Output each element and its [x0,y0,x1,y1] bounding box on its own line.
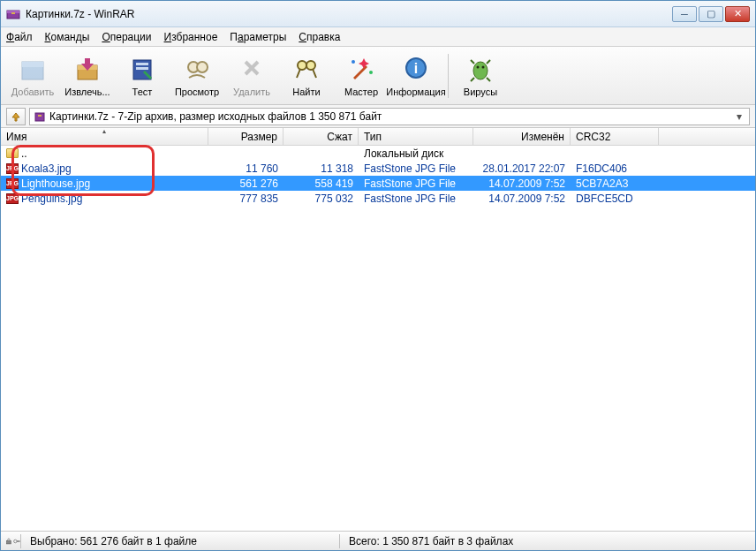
statusbar: Выбрано: 561 276 байт в 1 файле Всего: 1… [1,531,755,550]
svg-rect-14 [306,64,307,67]
menu-file[interactable]: Файл [6,31,33,43]
test-button[interactable]: Тест [116,49,169,102]
file-type: FastStone JPG File [359,192,473,205]
pathbar: Картинки.7z - 7-Zip архив, размер исходн… [1,105,755,128]
path-dropdown-icon[interactable]: ▾ [733,110,745,123]
info-icon: i [401,55,431,85]
table-row[interactable]: JPGLighthouse.jpg561 276558 419FastStone… [1,176,755,191]
svg-point-19 [473,62,488,79]
svg-point-12 [298,61,306,70]
file-size: 777 835 [208,192,284,205]
file-packed: 775 032 [284,192,359,205]
menu-help[interactable]: Справка [299,31,340,43]
file-crc: DBFCE5CD [571,192,659,205]
path-combobox[interactable]: Картинки.7z - 7-Zip архив, размер исходн… [29,108,750,125]
find-button[interactable]: Найти [280,49,333,102]
svg-point-20 [477,65,480,68]
view-button[interactable]: Просмотр [170,49,223,102]
jpg-icon: JPG [6,178,19,189]
svg-point-21 [482,65,485,68]
column-headers: Имя Размер Сжат Тип Изменён CRC32 [1,128,755,146]
archive-icon [34,110,46,123]
svg-rect-2 [11,12,15,14]
app-window: Картинки.7z - WinRAR ─ ▢ ✕ Файл Команды … [0,0,756,551]
file-modified: 28.01.2017 22:07 [473,162,571,175]
toolbar-separator [448,54,449,98]
up-button[interactable] [6,108,26,125]
window-title: Картинки.7z - WinRAR [26,8,672,20]
svg-text:i: i [414,61,418,76]
svg-rect-9 [136,67,148,70]
toolbar: Добавить Извлечь... Тест Просмотр Удалит… [1,47,755,105]
svg-rect-23 [38,115,42,117]
menubar: Файл Команды Операции Избранное Параметр… [1,27,755,47]
svg-point-13 [306,61,315,70]
menu-favorites[interactable]: Избранное [164,31,218,43]
file-packed: 11 318 [284,162,359,175]
file-name: Koala3.jpg [21,162,72,175]
extract-button[interactable]: Извлечь... [61,49,114,102]
svg-point-15 [352,60,355,64]
header-type[interactable]: Тип [359,128,473,145]
header-modified[interactable]: Изменён [473,128,571,145]
file-name: Penguins.jpg [21,192,82,205]
table-row[interactable]: JPGPenguins.jpg777 835775 032FastStone J… [1,191,755,206]
lock-icon [6,536,20,547]
file-rows: .. Локальный диск JPGKoala3.jpg11 76011 … [1,146,755,206]
status-total: Всего: 1 350 871 байт в 3 файлах [340,535,522,547]
virus-icon [465,55,495,85]
menu-commands[interactable]: Команды [45,31,90,43]
wizard-button[interactable]: Мастер [335,49,388,102]
file-crc: 5CB7A2A3 [571,177,659,190]
info-button[interactable]: i Информация [389,49,442,102]
status-selected: Выбрано: 561 276 байт в 1 файле [21,535,339,547]
jpg-icon: JPG [6,193,19,204]
up-arrow-icon [10,110,22,123]
extract-icon [72,55,102,85]
svg-point-25 [13,540,17,543]
file-packed: 558 419 [284,177,359,190]
jpg-icon: JPG [6,163,19,174]
file-type: FastStone JPG File [359,177,473,190]
svg-point-11 [197,62,208,72]
test-icon [127,55,157,85]
header-packed[interactable]: Сжат [284,128,359,145]
file-type: FastStone JPG File [359,162,473,175]
header-size[interactable]: Размер [208,128,284,145]
window-controls: ─ ▢ ✕ [672,6,750,22]
file-list: Имя Размер Сжат Тип Изменён CRC32 .. Лок… [1,128,755,531]
virus-button[interactable]: Вирусы [454,49,507,102]
parent-row[interactable]: .. Локальный диск [1,146,755,161]
close-button[interactable]: ✕ [725,6,750,22]
svg-rect-4 [22,62,43,67]
winrar-icon [6,7,20,21]
table-row[interactable]: JPGKoala3.jpg11 76011 318FastStone JPG F… [1,161,755,176]
file-size: 561 276 [208,177,284,190]
add-icon [18,55,48,85]
header-name[interactable]: Имя [1,128,208,145]
svg-rect-8 [136,63,148,65]
menu-parameters[interactable]: Параметры [230,31,286,43]
file-crc: F16DC406 [571,162,659,175]
file-size: 11 760 [208,162,284,175]
delete-icon [237,55,267,85]
view-icon [182,55,212,85]
wizard-icon [346,55,376,85]
maximize-button[interactable]: ▢ [699,6,723,22]
svg-point-16 [369,71,373,74]
menu-operations[interactable]: Операции [102,31,151,43]
path-text: Картинки.7z - 7-Zip архив, размер исходн… [49,110,730,123]
svg-rect-24 [7,540,11,543]
add-button: Добавить [6,49,59,102]
svg-rect-26 [17,540,20,541]
minimize-button[interactable]: ─ [672,6,697,22]
file-modified: 14.07.2009 7:52 [473,192,571,205]
delete-button: Удалить [225,49,278,102]
file-name: Lighthouse.jpg [21,177,90,190]
header-crc[interactable]: CRC32 [571,128,659,145]
folder-icon [6,148,19,158]
file-modified: 14.07.2009 7:52 [473,177,571,190]
find-icon [291,55,321,85]
titlebar: Картинки.7z - WinRAR ─ ▢ ✕ [1,1,755,27]
svg-rect-22 [35,113,44,121]
